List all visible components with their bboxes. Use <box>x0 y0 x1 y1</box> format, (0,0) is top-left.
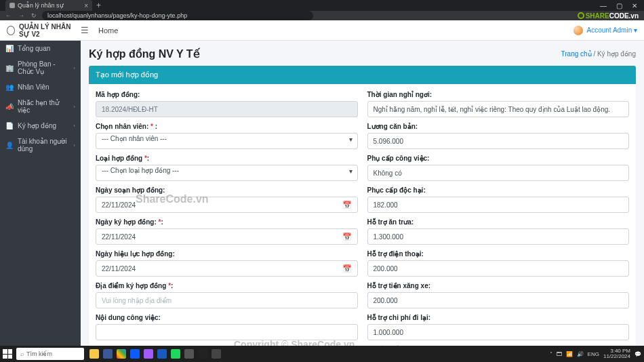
taskbar-app-icon[interactable] <box>184 349 194 359</box>
sidebar-item-nhanvien[interactable]: 👥Nhân Viên <box>0 79 81 95</box>
maximize-icon[interactable]: ▢ <box>616 2 622 9</box>
brand-logo-icon <box>7 26 15 35</box>
input-xang-xe[interactable] <box>367 292 630 308</box>
input-nghi-ngoi[interactable] <box>367 101 630 117</box>
sidebar: 📊Tổng quan 🏢Phòng Ban - Chức Vụ› 👥Nhân V… <box>0 41 81 346</box>
calendar-icon[interactable]: 📅 <box>342 233 352 241</box>
sidebar-item-kyhopdong[interactable]: 📄Ký hợp đồng› <box>0 118 81 134</box>
chevron-right-icon: › <box>73 123 75 129</box>
users-icon: 👥 <box>5 83 14 91</box>
label-an-trua: Hỗ trợ ăn trưa: <box>367 218 630 226</box>
breadcrumb-home-link[interactable]: Trang chủ <box>561 50 592 58</box>
input-noi-dung[interactable] <box>96 324 358 340</box>
wifi-icon[interactable]: 📶 <box>566 351 573 357</box>
calendar-icon[interactable]: 📅 <box>342 201 352 209</box>
label-phu-cap-dh: Phục cấp độc hại: <box>367 186 630 194</box>
tray-icon[interactable]: 🗔 <box>557 351 562 357</box>
language-indicator[interactable]: ENG <box>588 351 599 357</box>
close-window-icon[interactable]: ✕ <box>632 2 637 9</box>
word-icon[interactable] <box>157 349 167 359</box>
chevron-right-icon: › <box>73 142 75 148</box>
input-an-trua[interactable] <box>367 228 630 245</box>
taskbar-search[interactable]: ⌕ Tìm kiếm <box>16 348 84 360</box>
tab-title: Quản lý nhân sự <box>18 2 64 9</box>
start-button[interactable] <box>3 349 12 359</box>
input-phu-cap-cv[interactable] <box>367 165 630 181</box>
tray-chevron-icon[interactable]: ˄ <box>550 351 552 357</box>
breadcrumb-current: Ký hợp đồng <box>597 50 636 58</box>
taskbar-app-icon[interactable] <box>130 349 140 359</box>
input-luong-can-ban[interactable] <box>367 133 630 149</box>
breadcrumb: Trang chủ / Ký hợp đồng <box>561 50 636 58</box>
dashboard-icon: 📊 <box>5 45 14 52</box>
chevron-right-icon: › <box>73 65 75 71</box>
input-dien-thoai[interactable] <box>367 260 630 277</box>
content-area: Ký hợp đồng NV Y Tế Trang chủ / Ký hợp đ… <box>81 41 644 346</box>
hamburger-icon[interactable]: ☰ <box>81 25 89 35</box>
input-ngay-ky[interactable]: 22/11/2024📅 <box>96 228 358 245</box>
input-phu-cap-dh[interactable] <box>367 197 630 213</box>
taskbar-app-icon[interactable] <box>171 349 180 359</box>
reload-icon[interactable]: ↻ <box>31 12 37 19</box>
label-dien-thoai: Hỗ trợ điện thoại: <box>367 250 630 258</box>
taskbar-app-icon[interactable] <box>212 349 221 359</box>
sharecode-logo: SHARECODE.vn <box>578 12 639 20</box>
browser-tab-strip: Quản lý nhân sự × + — ▢ ✕ <box>0 0 644 11</box>
chrome-icon[interactable] <box>117 349 126 359</box>
notification-icon[interactable]: 💬 <box>635 351 641 357</box>
nav-icons: ← → ↻ <box>5 12 37 19</box>
url-input[interactable]: localhost/quanlynhansu/pages/ky-hop-dong… <box>42 11 313 20</box>
sidebar-item-taikhoan[interactable]: 👤Tài khoản người dùng› <box>0 134 81 157</box>
app-header: QUẢN LÝ NHÂN SỰ V2 ☰ Home Account Admin … <box>0 20 644 41</box>
taskbar-app-icon[interactable] <box>144 349 153 359</box>
card-header: Tạo mới hợp đồng <box>89 66 636 84</box>
label-di-lai: Hỗ trợ chi phí đi lại: <box>367 314 630 321</box>
select-loai-hop-dong[interactable]: --- Chọn loại hợp đồng --- <box>96 165 358 181</box>
label-loai-hop-dong: Loại hợp đồng *: <box>96 155 358 162</box>
input-ngay-hieu-luc[interactable]: 22/11/2024📅 <box>96 260 358 277</box>
file-icon: 📄 <box>5 122 14 129</box>
user-icon: 👤 <box>5 142 14 149</box>
label-phu-cap-cv: Phụ cấp công việc: <box>367 155 630 162</box>
label-noi-dung: Nội dung công việc: <box>96 314 358 321</box>
page-title: Ký hợp đồng NV Y Tế <box>89 47 200 60</box>
sidebar-item-tongquan[interactable]: 📊Tổng quan <box>0 41 81 56</box>
home-link[interactable]: Home <box>98 26 118 35</box>
browser-tab[interactable]: Quản lý nhân sự × <box>5 0 92 11</box>
input-ngay-soan[interactable]: 22/11/2024📅 <box>96 197 358 213</box>
building-icon: 🏢 <box>5 64 14 72</box>
label-xang-xe: Hỗ trợ tiền xăng xe: <box>367 282 630 289</box>
select-nhan-vien[interactable]: --- Chọn nhân viên --- <box>96 133 358 149</box>
label-nghi-ngoi: Thời gian nghỉ ngơi: <box>367 91 630 98</box>
system-tray: ˄ 🗔 📶 🔊 ENG 3:40 PM 11/22/2024 💬 <box>550 348 641 359</box>
taskbar-app-icon[interactable] <box>89 349 99 359</box>
minimize-icon[interactable]: — <box>600 2 607 9</box>
form-card: Tạo mới hợp đồng Mã hợp đồng: Chọn nhân … <box>89 66 636 346</box>
label-ma-hop-dong: Mã hợp đồng: <box>96 91 358 98</box>
input-dia-diem[interactable] <box>96 292 358 308</box>
sidebar-item-nhachen[interactable]: 📣Nhắc hẹn thử việc› <box>0 95 81 118</box>
app-brand[interactable]: QUẢN LÝ NHÂN SỰ V2 <box>7 23 81 38</box>
taskbar-app-icon[interactable] <box>103 349 113 359</box>
label-chon-nhan-vien: Chọn nhân viên: * : <box>96 123 358 130</box>
sidebar-item-phongban[interactable]: 🏢Phòng Ban - Chức Vụ› <box>0 56 81 79</box>
search-icon: ⌕ <box>20 350 24 357</box>
label-ngay-soan: Ngày soạn hợp đồng: <box>96 186 358 194</box>
calendar-icon[interactable]: 📅 <box>342 264 352 273</box>
avatar-icon[interactable] <box>573 26 583 35</box>
account-dropdown[interactable]: Account Admin ▾ <box>587 26 637 34</box>
label-luong-can-ban: Lương căn bản: <box>367 123 630 130</box>
label-ngay-ky: Ngày ký hợp đồng: *: <box>96 218 358 226</box>
bullhorn-icon: 📣 <box>5 103 14 110</box>
back-icon[interactable]: ← <box>5 12 12 19</box>
address-bar: ← → ↻ localhost/quanlynhansu/pages/ky-ho… <box>0 11 644 20</box>
new-tab-button[interactable]: + <box>96 1 101 10</box>
forward-icon[interactable]: → <box>18 12 24 19</box>
input-di-lai[interactable] <box>367 324 630 340</box>
sharecode-icon <box>578 12 584 19</box>
taskbar-clock[interactable]: 3:40 PM 11/22/2024 <box>603 348 630 359</box>
terminal-icon[interactable] <box>198 349 207 359</box>
input-ma-hop-dong <box>96 101 358 117</box>
tab-close-icon[interactable]: × <box>84 2 88 9</box>
volume-icon[interactable]: 🔊 <box>577 351 584 357</box>
